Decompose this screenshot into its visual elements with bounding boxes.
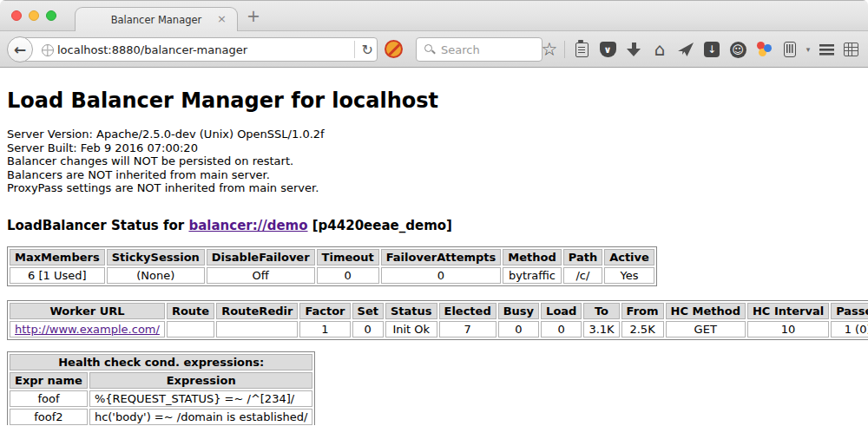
new-tab-button[interactable]: +	[247, 6, 260, 25]
window-minimize-button[interactable]	[29, 10, 39, 21]
table-row: 6 [1 Used](None)Off00bytraffic/c/Yes	[10, 267, 654, 284]
clipboard-icon	[575, 43, 589, 57]
chevron-down-icon[interactable]: ▾	[806, 45, 811, 54]
expr-name-cell: foof	[10, 390, 88, 407]
balancer-demo-link[interactable]: balancer://demo	[188, 218, 307, 233]
cell: 0	[381, 267, 502, 284]
column-header: Busy	[498, 303, 539, 319]
cell: 2.5K	[621, 321, 664, 338]
search-icon	[424, 44, 432, 52]
reading-list-button[interactable]	[569, 31, 595, 68]
table-row: foof %{REQUEST_STATUS} =~ /^[234]/	[10, 390, 312, 407]
download-arrow-icon	[627, 42, 641, 57]
health-table-title: Health check cond. expressions:	[10, 354, 312, 370]
window-close-button[interactable]	[11, 10, 22, 21]
table-row: foof2 hc('body') =~ /domain is establish…	[10, 409, 312, 425]
bookmark-star-icon[interactable]: ☆	[542, 41, 558, 58]
navigation-toolbar: ← localhost:8880/balancer-manager ↻ ☆ ∨ …	[0, 31, 868, 68]
worker-table: Worker URLRouteRouteRedirFactorSetStatus…	[7, 300, 868, 340]
table-header-row: Worker URLRouteRouteRedirFactorSetStatus…	[10, 303, 868, 319]
title-bar: Balancer Manager × +	[0, 0, 868, 31]
cell: 10	[747, 321, 829, 338]
tab-groups-button[interactable]	[839, 31, 862, 68]
feedback-button[interactable]: ☺	[725, 31, 751, 68]
pocket-icon: ∨	[600, 42, 616, 57]
server-info: Server Version: Apache/2.5.0-dev (Unix) …	[7, 128, 861, 195]
cell: Yes	[604, 267, 654, 284]
url-bar[interactable]: localhost:8880/balancer-manager ↻	[20, 37, 378, 62]
expression-cell: %{REQUEST_STATUS} =~ /^[234]/	[89, 390, 313, 407]
cell: 3.1K	[583, 321, 619, 338]
table-header-row: MaxMembersStickySessionDisableFailoverTi…	[10, 249, 654, 265]
cell	[167, 321, 214, 338]
tab-close-icon[interactable]: ×	[217, 13, 227, 25]
server-version-line: Server Version: Apache/2.5.0-dev (Unix) …	[7, 128, 861, 141]
extension-button[interactable]	[751, 31, 777, 68]
column-header: To	[583, 303, 619, 319]
tab-balancer-manager[interactable]: Balancer Manager ×	[75, 7, 238, 32]
toolbar-separator	[564, 41, 565, 58]
toolbar-icons: ☆ ∨ ⌂ ↓ ☺ ▾	[538, 31, 862, 68]
inherit-notice-line: Balancers are NOT inherited from main se…	[7, 168, 861, 182]
column-header: RouteRedir	[216, 303, 298, 319]
table-title-row: Health check cond. expressions:	[10, 354, 312, 370]
menu-button[interactable]	[813, 31, 839, 68]
tab-title: Balancer Manager	[111, 14, 202, 26]
downloads-button[interactable]	[621, 31, 647, 68]
cell: 7	[439, 321, 496, 338]
smiley-icon: ☺	[730, 42, 746, 58]
server-built-line: Server Built: Feb 9 2016 07:00:20	[7, 141, 861, 155]
table-row: http://www.example.com/ 10Init Ok7003.1K…	[10, 321, 868, 338]
column-header: Passes	[831, 303, 868, 319]
back-button[interactable]: ←	[7, 36, 33, 62]
proxypass-notice-line: ProxyPass settings are NOT inherited fro…	[7, 181, 861, 195]
column-header: HC Method	[666, 303, 746, 319]
worker-url-link[interactable]: http://www.example.com/	[15, 323, 160, 336]
hamburger-icon	[819, 44, 834, 56]
url-text: localhost:8880/balancer-manager	[57, 43, 247, 56]
home-button[interactable]: ⌂	[647, 31, 673, 68]
status-prefix: LoadBalancer Status for	[7, 218, 188, 233]
cell: (None)	[107, 267, 205, 284]
column-header: Expression	[89, 372, 313, 389]
cell: bytraffic	[503, 267, 561, 284]
battery-icon	[784, 42, 796, 57]
column-header: FailoverAttempts	[381, 249, 502, 265]
expression-cell: hc('body') =~ /domain is established/	[89, 409, 313, 425]
column-header: Elected	[439, 303, 496, 319]
balancer-settings-table: MaxMembersStickySessionDisableFailoverTi…	[7, 246, 657, 286]
send-tab-button[interactable]	[673, 31, 699, 68]
search-input[interactable]	[441, 39, 538, 60]
column-header: From	[621, 303, 664, 319]
table-header-row: Expr nameExpression	[10, 372, 312, 389]
cell: 1 (0)	[831, 321, 868, 338]
column-header: MaxMembers	[10, 249, 105, 265]
browser-window: Balancer Manager × + ← localhost:8880/ba…	[0, 0, 868, 426]
column-header: Timeout	[317, 249, 379, 265]
persist-notice-line: Balancer changes will NOT be persisted o…	[7, 154, 861, 168]
expr-name-cell: foof2	[10, 409, 88, 425]
status-suffix: [p4420eeae_demo]	[308, 218, 452, 233]
box-download-icon: ↓	[704, 42, 720, 57]
loadbalancer-status-heading: LoadBalancer Status for balancer://demo …	[7, 218, 861, 233]
pocket-button[interactable]: ∨	[595, 31, 621, 68]
reload-wrap: ↻	[354, 41, 373, 58]
column-header: HC Interval	[747, 303, 829, 319]
column-header: Load	[541, 303, 582, 319]
globe-icon	[42, 44, 54, 56]
column-header: Route	[167, 303, 214, 319]
container-button[interactable]	[777, 31, 803, 68]
cell: Init Ok	[385, 321, 437, 338]
cell: 0	[498, 321, 539, 338]
window-zoom-button[interactable]	[46, 10, 56, 21]
page-title: Load Balancer Manager for localhost	[7, 88, 861, 113]
save-page-button[interactable]: ↓	[699, 31, 725, 68]
column-header: Factor	[299, 303, 350, 319]
column-header: Status	[385, 303, 437, 319]
worker-url-cell: http://www.example.com/	[10, 321, 165, 338]
reload-icon[interactable]: ↻	[362, 42, 373, 58]
column-header: StickySession	[107, 249, 205, 265]
flash-block-icon[interactable]	[385, 40, 403, 58]
page-content: Load Balancer Manager for localhost Serv…	[0, 68, 868, 425]
home-icon: ⌂	[654, 41, 666, 58]
